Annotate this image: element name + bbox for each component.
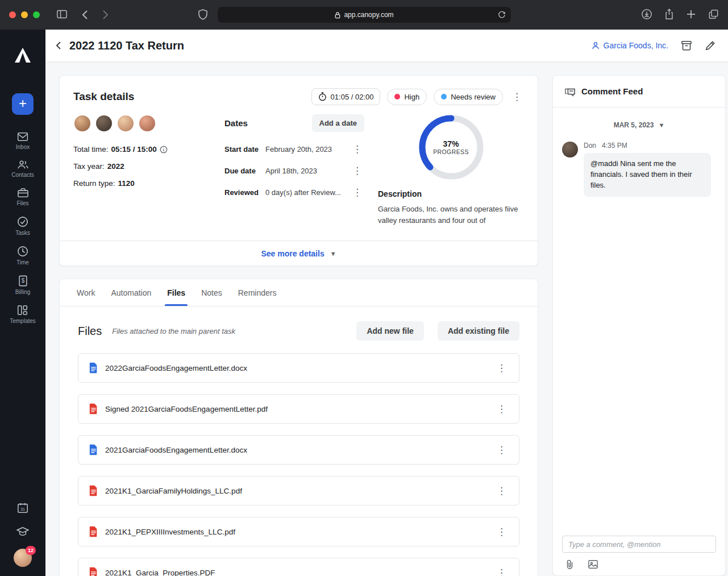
- sidebar-item-label: Files: [16, 200, 28, 206]
- return-type-value: 1120: [118, 179, 135, 188]
- calendar-icon[interactable]: 31: [17, 502, 28, 513]
- file-menu-icon[interactable]: ⋮: [494, 526, 509, 538]
- lock-icon: [335, 11, 340, 19]
- chevron-down-icon: ▼: [330, 250, 336, 257]
- file-name[interactable]: 2022GarciaFoodsEngagementLetter.docx: [105, 364, 494, 372]
- date-row-menu-icon[interactable]: ⋮: [350, 143, 364, 155]
- sidebar-item-files[interactable]: Files: [16, 188, 28, 206]
- file-menu-icon[interactable]: ⋮: [494, 362, 509, 374]
- priority-pill[interactable]: High: [387, 89, 427, 105]
- file-list: 2022GarciaFoodsEngagementLetter.docx ⋮ S…: [60, 341, 538, 576]
- notification-badge: 12: [26, 546, 36, 555]
- sidebar-toggle-icon[interactable]: [56, 9, 68, 19]
- file-name[interactable]: 2021K1_GarciaFamilyHoldings_LLC.pdf: [105, 487, 494, 495]
- file-name[interactable]: Signed 2021GarciaFoodsEngagementLetter.p…: [105, 405, 494, 413]
- edit-pencil-icon[interactable]: [705, 40, 715, 51]
- comment-date-group[interactable]: MAR 5, 2023 ▼: [553, 121, 725, 129]
- file-row[interactable]: 2021K1_PEPXIIIInvestments_LLC.pdf ⋮: [78, 517, 519, 546]
- file-name[interactable]: 2021GarciaFoodsEngagementLetter.docx: [105, 446, 494, 454]
- info-icon[interactable]: [160, 146, 168, 154]
- share-icon[interactable]: [664, 9, 674, 20]
- sidebar-item-label: Templates: [10, 318, 36, 324]
- date-value: April 18th, 2023: [265, 167, 350, 175]
- sidebar-item-inbox[interactable]: Inbox: [16, 132, 30, 150]
- task-more-menu-icon[interactable]: ⋮: [510, 91, 524, 103]
- zoom-window-button[interactable]: [33, 11, 40, 18]
- comment-feed-title: Comment Feed: [581, 86, 643, 96]
- add-existing-file-button[interactable]: Add existing file: [438, 321, 519, 341]
- tab-files[interactable]: Files: [159, 279, 193, 306]
- refresh-icon[interactable]: [498, 10, 506, 19]
- assignee-avatar[interactable]: [117, 114, 135, 132]
- global-add-button[interactable]: +: [12, 93, 34, 115]
- sidebar-item-templates[interactable]: Templates: [10, 305, 36, 324]
- forward-nav-icon[interactable]: [102, 10, 109, 20]
- chevron-down-icon: ▼: [658, 122, 664, 129]
- contacts-icon: [17, 160, 29, 169]
- tab-notes[interactable]: Notes: [193, 279, 230, 306]
- files-section-subtitle: Files attached to the main parent task: [112, 327, 235, 335]
- assignee-avatar[interactable]: [138, 114, 156, 132]
- file-menu-icon[interactable]: ⋮: [494, 567, 509, 576]
- sidebar-item-time[interactable]: Time: [16, 246, 29, 266]
- assignee-avatar[interactable]: [73, 114, 91, 132]
- file-row[interactable]: 2021K1_Garcia_Properties.PDF ⋮: [78, 558, 519, 576]
- sidebar-item-contacts[interactable]: Contacts: [11, 160, 34, 178]
- see-more-link[interactable]: See more details: [261, 249, 324, 258]
- file-menu-icon[interactable]: ⋮: [494, 485, 509, 497]
- status-dot: [441, 94, 447, 100]
- file-name[interactable]: 2021K1_PEPXIIIInvestments_LLC.pdf: [105, 528, 494, 536]
- tab-work[interactable]: Work: [69, 279, 103, 306]
- clock-icon: [17, 246, 28, 257]
- file-menu-icon[interactable]: ⋮: [494, 444, 509, 456]
- privacy-shield-icon[interactable]: [198, 9, 207, 20]
- comment-date-label: MAR 5, 2023: [614, 121, 654, 129]
- file-row[interactable]: 2021GarciaFoodsEngagementLetter.docx ⋮: [78, 435, 519, 465]
- sidebar-item-billing[interactable]: $ Billing: [15, 275, 31, 295]
- attach-paperclip-icon[interactable]: [565, 560, 574, 570]
- pdf-file-icon: [89, 526, 98, 537]
- comment-input[interactable]: [562, 536, 716, 553]
- insert-image-icon[interactable]: [588, 560, 598, 570]
- comment-feed-icon: [564, 86, 576, 97]
- file-menu-icon[interactable]: ⋮: [494, 403, 509, 415]
- tab-automation[interactable]: Automation: [103, 279, 159, 306]
- page-title: 2022 1120 Tax Return: [69, 39, 184, 52]
- canopy-logo[interactable]: [14, 47, 32, 64]
- comment-author-avatar[interactable]: [562, 142, 578, 158]
- downloads-icon[interactable]: [641, 9, 652, 20]
- user-avatar[interactable]: 12: [14, 549, 32, 567]
- total-time-label: Total time:: [73, 145, 109, 154]
- archive-icon[interactable]: [681, 40, 692, 51]
- back-button[interactable]: [56, 41, 61, 50]
- timer-button[interactable]: 01:05 / 02:00: [311, 88, 381, 105]
- status-pill[interactable]: Needs review: [434, 89, 503, 105]
- date-row-menu-icon[interactable]: ⋮: [350, 187, 364, 198]
- see-more-details[interactable]: See more details ▼: [60, 241, 538, 266]
- education-cap-icon[interactable]: [16, 526, 29, 536]
- file-name[interactable]: 2021K1_Garcia_Properties.PDF: [105, 569, 494, 576]
- client-link[interactable]: Garcia Foods, Inc.: [591, 41, 668, 50]
- back-nav-icon[interactable]: [82, 10, 88, 20]
- assignee-avatars[interactable]: [73, 114, 224, 132]
- tab-reminders[interactable]: Reminders: [230, 279, 285, 306]
- add-new-file-button[interactable]: Add new file: [356, 321, 423, 341]
- file-row[interactable]: 2022GarciaFoodsEngagementLetter.docx ⋮: [78, 353, 519, 383]
- new-tab-icon[interactable]: [686, 9, 696, 19]
- file-row[interactable]: Signed 2021GarciaFoodsEngagementLetter.p…: [78, 394, 519, 424]
- add-date-button[interactable]: Add a date: [312, 114, 364, 132]
- date-label: Start date: [224, 145, 265, 154]
- file-row[interactable]: 2021K1_GarciaFamilyHoldings_LLC.pdf ⋮: [78, 476, 519, 505]
- assignee-avatar[interactable]: [95, 114, 113, 132]
- stopwatch-icon: [318, 92, 327, 101]
- progress-label: PROGRESS: [433, 148, 469, 155]
- close-window-button[interactable]: [9, 11, 16, 18]
- minimize-window-button[interactable]: [21, 11, 28, 18]
- date-row-menu-icon[interactable]: ⋮: [350, 165, 364, 177]
- window-controls[interactable]: [9, 11, 40, 18]
- tab-overview-icon[interactable]: [708, 9, 719, 19]
- comment-time: 4:35 PM: [602, 142, 627, 150]
- tax-year-label: Tax year:: [73, 162, 105, 171]
- address-bar[interactable]: app.canopy.com: [218, 7, 511, 23]
- sidebar-item-tasks[interactable]: Tasks: [15, 216, 30, 236]
